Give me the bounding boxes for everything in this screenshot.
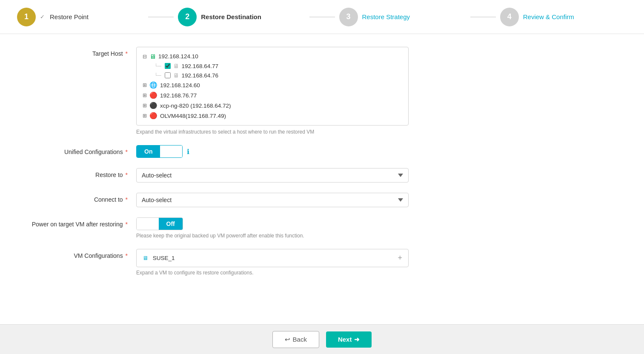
target-host-required: * (126, 50, 128, 57)
node-olvm-icon: 🔴 (149, 112, 157, 120)
node-olvm-expand[interactable]: ⊞ (143, 113, 147, 119)
child-2-icon: 🖥 (173, 72, 179, 79)
node-60-expand[interactable]: ⊞ (143, 82, 147, 88)
node-76-icon: 🔴 (149, 91, 157, 99)
restore-to-required: * (126, 171, 128, 178)
node-76-ip: 192.168.76.77 (160, 92, 197, 99)
step-3-circle: 3 (339, 8, 358, 26)
vm-config-label: VM Configurations * (26, 249, 136, 259)
vm-config-row: VM Configurations * 🖥 SUSE_1 + Expand a … (26, 249, 618, 276)
restore-to-row: Restore to * Auto-select (26, 168, 618, 183)
target-host-content: ⊟ 🖥 192.168.124.10 └─ 🖥 192.168.64.77 └─ (136, 47, 409, 135)
child-node-2: └─ 🖥 192.168.64.76 (155, 71, 402, 80)
step-divider-2 (309, 17, 335, 17)
power-on-row: Power on target VM after restoring * Off… (26, 217, 618, 239)
step-1: 1 ✓ Restore Point (17, 8, 144, 26)
step-4-circle: 4 (500, 8, 519, 26)
node-60-ip: 192.168.124.60 (160, 82, 200, 88)
target-host-hint: Expand the virtual infrastructures to se… (136, 129, 409, 135)
power-off-half[interactable]: Off (159, 218, 183, 230)
vm-config-content: 🖥 SUSE_1 + Expand a VM to configure its … (136, 249, 409, 276)
restore-to-content: Auto-select (136, 168, 409, 183)
step-divider-3 (470, 17, 496, 17)
child-1-icon: 🖥 (173, 63, 179, 69)
connect-to-row: Connect to * Auto-select (26, 193, 618, 207)
tree-node-60: ⊞ 🌐 192.168.124.60 (143, 80, 402, 90)
back-button[interactable]: ↩ Back (272, 331, 319, 348)
back-circle-icon: ↩ (285, 336, 290, 343)
unified-info-icon[interactable]: ℹ (187, 148, 189, 156)
toggle-on-btn[interactable]: On (137, 146, 160, 157)
main-content: Target Host * ⊟ 🖥 192.168.124.10 └─ 🖥 19 (0, 34, 644, 324)
vm-config-required: * (126, 252, 128, 259)
connect-to-content: Auto-select (136, 193, 409, 207)
step-4: 4 Review & Confirm (500, 8, 627, 26)
tree-node-xcp: ⊞ ⚫ xcp-ng-820 (192.168.64.72) (143, 100, 402, 111)
power-toggle-wrap: Off (136, 217, 409, 230)
connect-to-required: * (126, 196, 128, 203)
unified-toggle[interactable]: On (136, 145, 183, 158)
power-required: * (126, 221, 128, 228)
toggle-off-btn[interactable] (160, 146, 182, 157)
restore-to-label: Restore to * (26, 168, 136, 178)
connect-to-select[interactable]: Auto-select (136, 193, 409, 207)
tree-root-node: ⊟ 🖥 192.168.124.10 (143, 51, 402, 61)
tree-children: └─ 🖥 192.168.64.77 └─ 🖥 192.168.64.76 (143, 61, 402, 80)
host-tree[interactable]: ⊟ 🖥 192.168.124.10 └─ 🖥 192.168.64.77 └─ (136, 47, 409, 126)
vm-name: SUSE_1 (153, 255, 175, 261)
power-hint: Please keep the original backed up VM po… (136, 233, 409, 239)
step-1-check: ✓ (40, 14, 45, 20)
root-expand-icon[interactable]: ⊟ (143, 54, 147, 60)
footer: ↩ Back Next ➜ (0, 324, 644, 354)
step-4-label: Review & Confirm (523, 13, 574, 20)
step-2: 2 Restore Destination (178, 8, 305, 26)
next-button[interactable]: Next ➜ (326, 331, 372, 348)
step-2-number: 2 (185, 12, 189, 21)
power-on-label: Power on target VM after restoring * (26, 217, 136, 228)
step-3: 3 Restore Strategy (339, 8, 466, 26)
vm-config-left: 🖥 SUSE_1 (143, 255, 175, 261)
power-on-half[interactable] (137, 218, 159, 230)
tree-node-olvm: ⊞ 🔴 OLVM448(192.168.77.49) (143, 111, 402, 121)
next-circle-icon: ➜ (354, 336, 360, 343)
child-1-ip: 192.168.64.77 (182, 63, 218, 69)
vm-config-box[interactable]: 🖥 SUSE_1 + (136, 249, 409, 267)
node-76-expand[interactable]: ⊞ (143, 92, 147, 98)
unified-config-row: Unified Configurations * On ℹ (26, 145, 618, 158)
restore-to-select[interactable]: Auto-select (136, 168, 409, 183)
step-1-circle: 1 (17, 8, 36, 26)
target-host-row: Target Host * ⊟ 🖥 192.168.124.10 └─ 🖥 19 (26, 47, 618, 135)
child-2-ip: 192.168.64.76 (182, 72, 218, 79)
step-3-label: Restore Strategy (362, 13, 410, 20)
wizard-header: 1 ✓ Restore Point 2 Restore Destination … (0, 0, 644, 34)
vm-icon: 🖥 (143, 255, 149, 261)
unified-config-label: Unified Configurations * (26, 145, 136, 155)
tree-node-76: ⊞ 🔴 192.168.76.77 (143, 90, 402, 100)
node-60-icon: 🌐 (149, 81, 157, 89)
step-3-number: 3 (346, 12, 350, 21)
child-1-line: └─ (155, 63, 161, 69)
child-node-1: └─ 🖥 192.168.64.77 (155, 61, 402, 71)
child-1-checkbox[interactable] (165, 63, 171, 69)
node-olvm-ip: OLVM448(192.168.77.49) (160, 113, 226, 119)
vm-hint: Expand a VM to configure its restore con… (136, 270, 409, 276)
target-host-label: Target Host * (26, 47, 136, 57)
connect-to-label: Connect to * (26, 193, 136, 203)
root-vm-icon: 🖥 (149, 53, 156, 60)
node-xcp-expand[interactable]: ⊞ (143, 103, 147, 108)
step-1-number: 1 (24, 12, 29, 21)
unified-config-content: On ℹ (136, 145, 409, 158)
step-2-label: Restore Destination (201, 13, 261, 20)
power-toggle[interactable]: Off (136, 217, 183, 230)
next-label: Next (338, 336, 352, 343)
root-ip: 192.168.124.10 (158, 53, 198, 60)
step-1-label: Restore Point (50, 13, 89, 20)
unified-required: * (126, 148, 128, 155)
power-on-content: Off Please keep the original backed up V… (136, 217, 409, 239)
node-xcp-icon: ⚫ (149, 102, 157, 109)
unified-toggle-wrap: On ℹ (136, 145, 409, 158)
vm-add-button[interactable]: + (398, 254, 402, 263)
child-2-checkbox[interactable] (165, 72, 171, 78)
node-xcp-ip: xcp-ng-820 (192.168.64.72) (160, 103, 231, 109)
child-2-line: └─ (155, 73, 161, 78)
